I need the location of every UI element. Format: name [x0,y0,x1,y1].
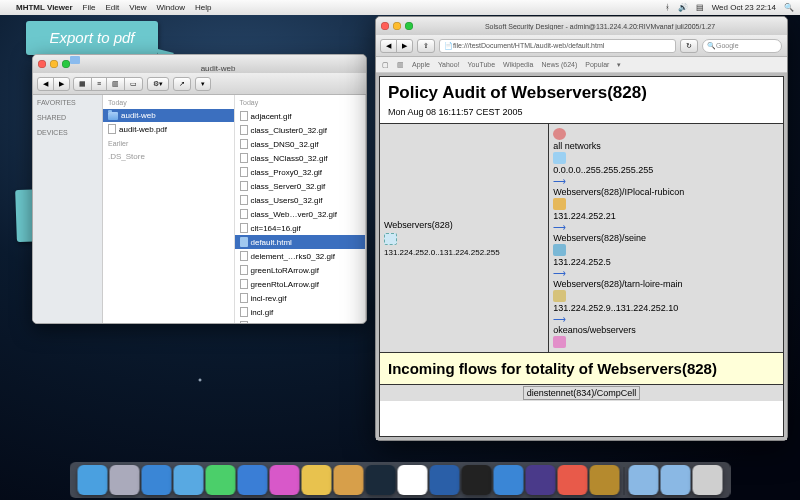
bookmark-news[interactable]: News (624) [541,61,577,68]
arrange-button[interactable]: ⚙▾ [147,77,169,91]
dock-notes[interactable] [302,465,332,495]
bookmark-wikipedia[interactable]: Wikipedia [503,61,533,68]
bluetooth-icon[interactable]: ᚼ [665,3,670,12]
file-item[interactable]: default.html [235,235,366,249]
file-icon [240,223,248,233]
file-icon [240,293,248,303]
folder-audit-web[interactable]: audit-web [103,109,234,122]
svg-rect-0 [70,56,80,64]
share-button[interactable]: ⇪ [417,39,435,53]
flag-icon[interactable]: ▤ [696,3,704,12]
menu-window[interactable]: Window [157,3,185,12]
row-label: Webservers(828) [384,220,544,230]
dock-trash[interactable] [693,465,723,495]
clock[interactable]: Wed Oct 23 22:14 [712,3,776,12]
dock-xcode[interactable] [494,465,524,495]
file-item[interactable]: greenRtoLArrow.gif [235,277,366,291]
dock-appstore[interactable] [238,465,268,495]
dropdown-button[interactable]: ▾ [195,77,211,91]
bookmark-youtube[interactable]: YouTube [468,61,496,68]
dock-folder[interactable] [629,465,659,495]
bookmark-yahoo[interactable]: Yahoo! [438,61,460,68]
dock-mht[interactable] [590,465,620,495]
file-item[interactable]: greenLtoRArrow.gif [235,263,366,277]
bookmark-popular[interactable]: Popular [585,61,609,68]
zoom-button[interactable] [405,22,413,30]
cloud-icon [384,233,397,245]
url-field[interactable]: 📄 file:///testDocument/HTML/audit-web/de… [439,39,676,53]
file-item[interactable]: adjacent.gif [235,109,366,123]
minimize-button[interactable] [50,60,58,68]
safari-titlebar[interactable]: Solsoft Security Designer - admin@131.22… [376,17,787,35]
file-item[interactable]: class_Users0_32.gif [235,193,366,207]
file-audit-web-pdf[interactable]: audit-web.pdf [103,122,234,136]
dock-messages[interactable] [206,465,236,495]
forward-button[interactable]: ▶ [53,77,70,91]
node-icon [553,152,566,164]
row-ip: 131.224.252.0..131.224.252.255 [384,248,544,257]
finder-titlebar[interactable]: audit-web [33,55,366,73]
dock-finder[interactable] [78,465,108,495]
view-column-button[interactable]: ▥ [106,77,125,91]
dock-launchpad[interactable] [110,465,140,495]
sidebar-favorites[interactable]: FAVORITES [37,99,98,106]
spotlight-icon[interactable]: 🔍 [784,3,794,12]
file-icon [240,153,248,163]
dock-imovie[interactable] [526,465,556,495]
menu-edit[interactable]: Edit [106,3,120,12]
file-icon [240,181,248,191]
forward-button[interactable]: ▶ [396,39,413,53]
bookmarks-bar: ▢ ▥ Apple Yahoo! YouTube Wikipedia News … [376,57,787,73]
file-item[interactable]: network_Internet0_32.gif [235,319,366,323]
menu-file[interactable]: File [83,3,96,12]
file-item[interactable]: delement_…rks0_32.gif [235,249,366,263]
file-item[interactable]: class_NClass0_32.gif [235,151,366,165]
view-icon-button[interactable]: ▦ [73,77,92,91]
back-button[interactable]: ◀ [380,39,397,53]
file-item[interactable]: incl-rev.gif [235,291,366,305]
dock-word[interactable] [430,465,460,495]
dock-downloads[interactable] [661,465,691,495]
file-item[interactable]: class_Proxy0_32.gif [235,165,366,179]
dock-itunes[interactable] [270,465,300,495]
file-item[interactable]: incl.gif [235,305,366,319]
dock-mail[interactable] [174,465,204,495]
close-button[interactable] [381,22,389,30]
minimize-button[interactable] [393,22,401,30]
file-item[interactable]: class_Web…ver0_32.gif [235,207,366,221]
search-field[interactable]: 🔍 Google [702,39,782,53]
back-button[interactable]: ◀ [37,77,54,91]
action-button[interactable]: ↗ [173,77,191,91]
page-timestamp: Mon Aug 08 16:11:57 CEST 2005 [388,107,775,117]
dock-chrome[interactable] [398,465,428,495]
sidebar-shared[interactable]: SHARED [37,114,98,121]
close-button[interactable] [38,60,46,68]
dock-steam[interactable] [366,465,396,495]
page-title: Policy Audit of Webservers(828) [388,83,775,103]
file-item[interactable]: class_Cluster0_32.gif [235,123,366,137]
file-icon [240,321,248,323]
finder-sidebar: FAVORITES SHARED DEVICES [33,95,103,323]
reader-button[interactable]: ↻ [680,39,698,53]
volume-icon[interactable]: 🔊 [678,3,688,12]
zoom-button[interactable] [62,60,70,68]
file-item[interactable]: class_Server0_32.gif [235,179,366,193]
menu-view[interactable]: View [129,3,146,12]
dock-calculator[interactable] [334,465,364,495]
reading-list-icon[interactable]: ▥ [397,61,404,69]
file-icon [240,111,248,121]
dock-terminal[interactable] [462,465,492,495]
view-cover-button[interactable]: ▭ [124,77,143,91]
file-ds-store[interactable]: .DS_Store [103,150,234,163]
app-name[interactable]: MHTML Viewer [16,3,73,12]
view-list-button[interactable]: ≡ [91,77,107,91]
dock-ical[interactable] [558,465,588,495]
file-item[interactable]: clt=164=16.gif [235,221,366,235]
node-icon [553,336,566,348]
menu-help[interactable]: Help [195,3,211,12]
dock-safari[interactable] [142,465,172,495]
bookmark-apple[interactable]: Apple [412,61,430,68]
file-item[interactable]: class_DNS0_32.gif [235,137,366,151]
sidebar-devices[interactable]: DEVICES [37,129,98,136]
show-bookmarks-icon[interactable]: ▢ [382,61,389,69]
